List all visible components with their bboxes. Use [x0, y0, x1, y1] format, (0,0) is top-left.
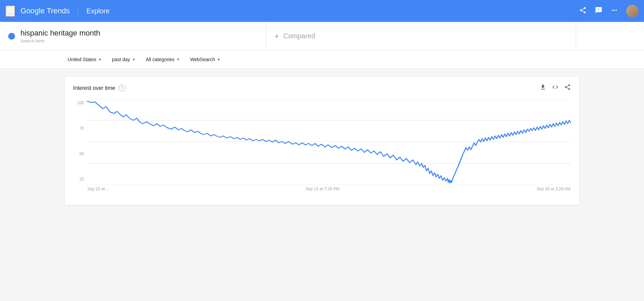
menu-icon[interactable]: [5, 5, 15, 17]
chart-header: Interest over time ?: [73, 84, 571, 92]
download-button[interactable]: [540, 84, 546, 92]
time-filter[interactable]: past day ▾: [109, 55, 138, 64]
search-term-info: hispanic heritage month Search term: [20, 29, 100, 43]
avatar-image: [626, 5, 639, 17]
compare-text: Compared: [283, 32, 315, 40]
search-term-label: Search term: [20, 38, 100, 43]
time-label: past day: [112, 57, 130, 62]
y-label-100: 100: [73, 100, 87, 105]
logo-text: Google Trends: [20, 6, 70, 15]
compare-container[interactable]: + Compared: [266, 22, 576, 50]
embed-button[interactable]: [552, 84, 559, 92]
y-label-50: 50: [73, 151, 87, 156]
apps-icon[interactable]: [611, 6, 618, 16]
chart-plot-area: Sep 15 at... Sep 15 at 7:28 PM Sep 16 at…: [87, 99, 571, 191]
app-header: Google Trends Explore: [0, 0, 644, 22]
filter-bar: United States ▾ past day ▾ All categorie…: [0, 51, 644, 69]
y-label-75: 75: [73, 126, 87, 131]
interest-over-time-card: Interest over time ?: [65, 77, 579, 205]
chart-actions: [540, 84, 571, 92]
category-arrow-icon: ▾: [177, 57, 179, 62]
search-term-text: hispanic heritage month: [20, 29, 100, 38]
header-divider: [78, 6, 78, 16]
x-label-mid: Sep 15 at 7:28 PM: [305, 187, 339, 191]
search-type-filter[interactable]: WebSearch ▾: [187, 55, 223, 64]
y-label-25: 25: [73, 177, 87, 182]
chart-title: Interest over time: [73, 85, 115, 91]
search-dot: [8, 33, 15, 40]
compare-plus-icon: +: [274, 31, 279, 41]
chart-title-area: Interest over time ?: [73, 85, 126, 92]
share-icon[interactable]: [579, 6, 587, 16]
y-axis: 100 75 50 25: [73, 99, 87, 191]
category-filter[interactable]: All categories ▾: [143, 55, 182, 64]
google-trends-logo[interactable]: Google Trends: [20, 6, 70, 15]
region-arrow-icon: ▾: [99, 57, 101, 62]
search-type-arrow-icon: ▾: [218, 57, 220, 62]
chart-share-button[interactable]: [564, 84, 571, 92]
region-filter[interactable]: United States ▾: [65, 55, 104, 64]
search-section: hispanic heritage month Search term + Co…: [0, 22, 644, 51]
x-label-end: Sep 16 at 3:28 AM: [536, 187, 570, 191]
main-content: Interest over time ?: [0, 69, 644, 213]
search-type-label: WebSearch: [190, 57, 215, 62]
x-axis: Sep 15 at... Sep 15 at 7:28 PM Sep 16 at…: [87, 187, 571, 191]
region-label: United States: [68, 57, 96, 62]
search-term-container: hispanic heritage month Search term: [0, 22, 266, 50]
chart-svg: [87, 99, 571, 184]
help-icon[interactable]: ?: [119, 85, 126, 92]
x-label-start: Sep 15 at...: [87, 187, 108, 191]
feedback-icon[interactable]: [595, 6, 602, 16]
time-arrow-icon: ▾: [133, 57, 135, 62]
header-icons: [579, 5, 639, 17]
right-spacer: [576, 22, 644, 50]
avatar[interactable]: [626, 5, 639, 17]
explore-label: Explore: [86, 7, 110, 15]
category-label: All categories: [146, 57, 174, 62]
